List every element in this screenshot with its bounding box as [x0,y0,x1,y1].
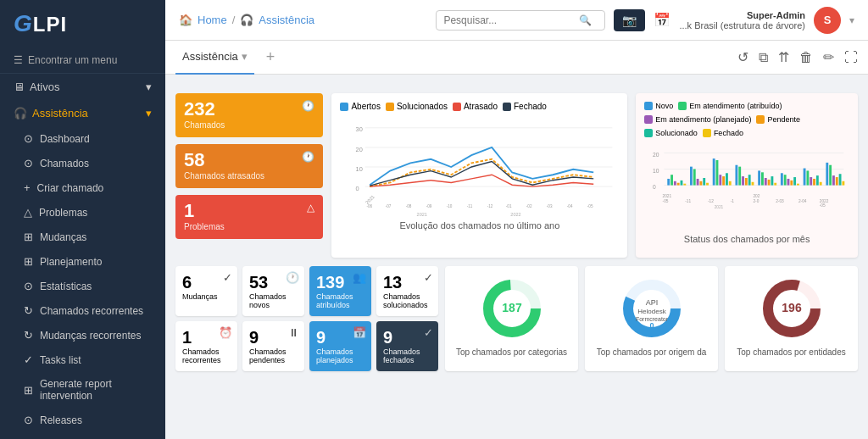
line-chart-svg: 30 20 10 0 [340,116,619,218]
chamados-icon: ⊙ [24,157,33,169]
sidebar-item-chamados[interactable]: ⊙ Chamados [0,151,165,175]
sidebar-item-generate-report[interactable]: ⊞ Generate report intervention [0,372,165,408]
dashboard-content: 232 Chamados 🕐 58 Chamados atrasados 🕐 1 [165,75,868,439]
svg-text:-1: -1 [731,199,735,203]
check-icon-3: ✓ [424,326,433,339]
chevron-user-icon: ▾ [849,14,854,26]
users-icon: 👥 [353,271,366,284]
sidebar-item-problemas[interactable]: △ Problemas [0,200,165,225]
donut-origem[interactable]: API Helodesk Formcreator 0 Top chamados … [585,266,718,371]
mini-chamados-pendentes[interactable]: 9 Chamados pendentes ⏸ [242,321,304,371]
svg-rect-29 [668,179,670,186]
camera-button[interactable]: 📷 [614,9,645,31]
svg-rect-83 [826,163,829,186]
mini-mudancas[interactable]: 6 Mudanças ✓ [175,266,237,316]
sidebar-item-chamados-recorrentes[interactable]: ↻ Chamados recorrentes [0,298,165,323]
chart1-title: Evolução dos chamados no último ano [340,220,619,231]
home-link[interactable]: Home [198,14,227,26]
stat-chamados[interactable]: 232 Chamados 🕐 [175,93,323,137]
svg-text:2022: 2022 [511,212,521,217]
tab-assistencia[interactable]: Assistência ▾ [175,41,254,75]
svg-rect-48 [739,167,742,186]
sidebar-section-ativos[interactable]: 🖥 Ativos ▾ [0,74,165,100]
mini-chamados-atribuidos[interactable]: 139 Chamados atribuídos 👥 [309,266,371,316]
check-icon-2: ✓ [424,271,433,284]
sidebar-item-tasks-list[interactable]: ✓ Tasks list [0,347,165,372]
legend-solucionados: Solucionados [386,102,448,111]
delete-icon[interactable]: 🗑 [799,50,813,65]
svg-text:2-03: 2-03 [776,199,785,203]
svg-text:2021: 2021 [365,194,376,205]
mini-chamados-solucionados[interactable]: 13 Chamados solucionados ✓ [376,266,438,316]
alarm-icon: ⏰ [219,326,232,339]
sidebar-item-mudancas[interactable]: ⊞ Mudanças [0,225,165,249]
svg-text:2021: 2021 [663,194,672,198]
svg-rect-82 [820,182,822,186]
sidebar-section-assistencia[interactable]: 🎧 Assistência ▾ [0,100,165,126]
svg-rect-49 [742,176,744,186]
mudancas-rec-icon: ↻ [24,329,33,342]
svg-text:10: 10 [653,168,659,174]
svg-rect-85 [832,175,835,185]
sidebar-item-mudancas-recorrentes[interactable]: ↻ Mudanças recorrentes [0,323,165,347]
estatisticas-icon: ⊙ [24,280,33,292]
tab-add-button[interactable]: + [261,48,281,66]
search-input[interactable] [443,14,579,26]
ativos-icon: 🖥 [14,81,25,93]
calendar-icon: 📅 [654,12,670,28]
svg-rect-51 [748,175,751,185]
svg-rect-46 [729,181,732,186]
breadcrumb: 🏠 Home / 🎧 Assistência [179,14,314,26]
copy-icon[interactable]: ⧉ [759,50,768,65]
bottom-row: 6 Mudanças ✓ 53 Chamados novos 🕐 139 Cha… [175,266,858,371]
donut-entidades[interactable]: 196 Top chamados por entidades [725,266,858,371]
mini-chamados-recorrentes[interactable]: 1 Chamados recorrentes ⏰ [175,321,237,371]
sidebar-item-releases[interactable]: ⊙ Releases [0,408,165,432]
svg-text:2-0: 2-0 [754,199,760,203]
chart2-title: Status dos chamados por mês [644,234,849,244]
edit-icon[interactable]: ✏ [823,49,834,65]
donut-categorias[interactable]: 187 Top chamados por categorias [445,266,578,371]
svg-text:-08: -08 [406,204,412,208]
stat-chamados-atrasados[interactable]: 58 Chamados atrasados 🕐 [175,144,323,188]
svg-rect-37 [697,179,699,186]
mini-chamados-novos[interactable]: 53 Chamados novos 🕐 [242,266,304,316]
expand-icon[interactable]: ⛶ [844,50,858,65]
svg-rect-54 [761,172,764,185]
svg-rect-77 [804,169,806,186]
svg-text:10: 10 [356,165,363,173]
svg-text:20: 20 [653,152,659,158]
mini-chamados-fechados[interactable]: 9 Chamados fechados ✓ [376,321,438,371]
chart2-legend: Novo Em atendimento (atribuído) Em atend… [644,102,849,137]
sidebar-item-dashboard[interactable]: ⊙ Dashboard [0,126,165,151]
history-icon[interactable]: ↺ [737,49,748,65]
legend-fechado: Fechado [503,102,547,111]
search-icon: 🔍 [579,14,592,26]
svg-text:0: 0 [649,321,654,330]
section-link[interactable]: Assistência [259,14,314,26]
share-icon[interactable]: ⇈ [778,49,789,65]
svg-rect-80 [813,179,815,186]
svg-rect-40 [706,183,709,186]
svg-text:-12: -12 [708,199,714,203]
find-menu[interactable]: ☰ Encontrar um menu [0,47,165,74]
mini-chamados-planejados[interactable]: 9 Chamados planejados 📅 [309,321,371,371]
assistencia-icon: 🎧 [14,107,27,119]
sidebar-item-criar-chamado[interactable]: + Criar chamado [0,175,165,200]
bar-chart-svg: 20 10 0 [644,142,849,231]
report-icon: ⊞ [24,384,33,397]
svg-text:-01: -01 [506,204,512,208]
stat-problemas[interactable]: 1 Problemas △ [175,195,323,239]
topbar: 🏠 Home / 🎧 Assistência 🔍 📷 📅 Super-Admin… [165,0,868,41]
svg-text:2-04: 2-04 [798,199,807,203]
sidebar-item-estatisticas[interactable]: ⊙ Estatísticas [0,274,165,298]
search-box: 🔍 [436,10,605,31]
sidebar-item-planejamento[interactable]: ⊞ Planejamento [0,249,165,274]
svg-rect-84 [830,165,832,186]
line-chart-panel: Abertos Solucionados Atrasado Fechado [331,93,627,258]
svg-rect-47 [736,165,738,186]
svg-rect-30 [670,175,673,185]
clock-icon-1: 🕐 [302,100,314,112]
svg-rect-81 [816,175,819,185]
chart1-legend: Abertos Solucionados Atrasado Fechado [340,102,619,111]
